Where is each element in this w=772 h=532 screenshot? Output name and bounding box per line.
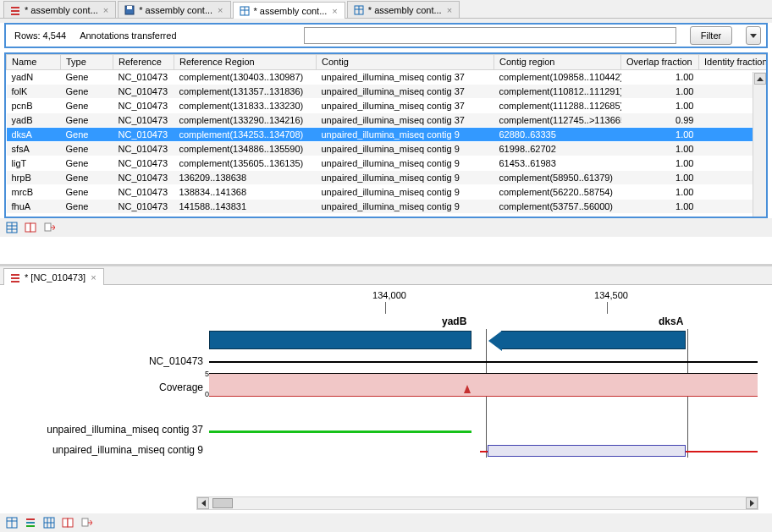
bottom-pane: * [NC_010473] × 134,000 134,500 yadB dks… [0,266,772,532]
table-row[interactable]: folKGeneNC_010473complement(131357..1318… [7,85,769,99]
table-row[interactable]: pcnBGeneNC_010473complement(131833..1332… [7,99,769,113]
column-header[interactable]: Type [61,55,113,70]
export-icon[interactable] [42,221,56,234]
bottom-toolstrip [0,513,772,532]
scroll-left-icon[interactable] [197,497,209,509]
column-header[interactable]: Contig [317,55,494,70]
table-view-icon[interactable] [5,516,19,529]
table-view-icon[interactable] [5,221,19,234]
align-icon [9,271,21,283]
ruler-tick: 134,000 [364,290,415,300]
gene-label-dksa: dksA [659,315,683,327]
tab-label: * assembly cont... [25,5,98,15]
close-icon[interactable]: × [216,5,224,15]
top-tabstrip: * assembly cont...×* assembly cont...×* … [0,0,772,19]
bottom-tabstrip: * [NC_010473] × [0,266,772,285]
controls-row: Rows: 4,544 Annotations transferred Filt… [4,23,768,48]
column-header[interactable]: Identity fraction [699,55,769,70]
close-icon[interactable]: × [445,5,454,15]
contig37-label: unpaired_illumina_miseq contig 37 [10,424,203,436]
table-row[interactable]: hrpBGeneNC_010473136209..138638unpaired_… [7,171,769,185]
tab-label: * [NC_010473] [25,272,85,282]
column-header[interactable]: Overlap fraction [621,55,699,70]
tab-label: * assembly cont... [139,5,212,15]
coverage-track[interactable] [209,373,758,397]
close-icon[interactable]: × [102,5,110,15]
reference-axis [209,361,758,363]
table-row[interactable]: mrcBGeneNC_010473138834..141368unpaired_… [7,185,769,200]
table-row[interactable]: sfsAGeneNC_010473complement(134886..1355… [7,142,769,156]
table-row[interactable]: ligTGeneNC_010473complement(135605..1361… [7,156,769,171]
book-icon[interactable] [24,221,37,234]
column-header[interactable]: Reference [113,55,174,70]
close-icon[interactable]: × [330,6,339,16]
reference-label: NC_010473 [10,355,203,367]
vertical-scrollbar[interactable] [753,72,766,217]
book-icon[interactable] [61,516,74,529]
gene-label-yadb: yadB [442,315,466,327]
grid-view-icon[interactable] [42,516,56,529]
column-header[interactable]: Reference Region [174,55,317,70]
table-row[interactable]: yadNGeneNC_010473complement(130403..1309… [7,70,769,85]
svg-rect-15 [25,223,30,232]
coverage-label: Coverage [10,381,203,393]
status-label: Annotations transferred [80,30,176,41]
tab-label: * assembly cont... [254,6,328,16]
close-icon[interactable]: × [89,272,97,282]
scroll-up-icon[interactable] [754,73,766,85]
table-icon [239,5,251,17]
table-row[interactable]: fhuCGeneNC_010473143882..144679unpaired_… [7,214,769,219]
table-row[interactable]: yadBGeneNC_010473complement(133290..1342… [7,113,769,128]
svg-rect-17 [45,223,51,231]
contig9-label: unpaired_illumina_miseq contig 9 [10,444,203,456]
column-header[interactable]: Name [7,55,61,70]
filter-dropdown-button[interactable] [746,26,761,45]
gene-arrow-dksa[interactable] [501,331,686,349]
tab-assembly-1[interactable]: * assembly cont...× [118,1,230,18]
table-row[interactable]: dksAGeneNC_010473complement(134253..1347… [7,128,769,142]
ruler-tick: 134,500 [586,290,637,300]
table-row[interactable]: fhuAGeneNC_010473141588..143831unpaired_… [7,200,769,214]
align-icon [9,4,21,16]
track-view-icon[interactable] [24,516,37,529]
svg-rect-4 [127,6,132,9]
svg-rect-31 [63,518,68,527]
filter-input[interactable] [304,27,676,44]
tab-label: * assembly cont... [368,5,442,15]
table-icon [353,4,365,16]
tab-assembly-2[interactable]: * assembly cont...× [233,2,345,19]
top-toolstrip [0,218,772,237]
gene-arrow-yadb[interactable] [209,331,471,349]
results-table: NameTypeReferenceReference RegionContigC… [4,52,768,218]
coverage-spike [464,385,471,393]
contig9-aligned-region[interactable] [488,445,686,457]
rows-count-label: Rows: 4,544 [14,30,66,41]
contig37-track[interactable] [209,431,471,433]
scroll-thumb[interactable] [212,498,233,508]
export-icon[interactable] [80,516,93,529]
svg-rect-33 [82,518,88,526]
top-pane: Rows: 4,544 Annotations transferred Filt… [0,23,772,266]
svg-rect-32 [68,518,73,527]
tab-assembly-3[interactable]: * assembly cont...× [347,1,460,18]
genome-viewer[interactable]: 134,000 134,500 yadB dksA NC_010473 Cove… [10,290,762,493]
save-icon [124,4,135,16]
tab-assembly-0[interactable]: * assembly cont...× [3,1,116,18]
scroll-right-icon[interactable] [746,497,758,509]
svg-rect-16 [30,223,36,232]
column-header[interactable]: Contig region [494,55,621,70]
tab-nc010473[interactable]: * [NC_010473] × [3,268,104,285]
filter-button[interactable]: Filter [690,26,732,45]
horizontal-scrollbar[interactable] [196,496,758,510]
